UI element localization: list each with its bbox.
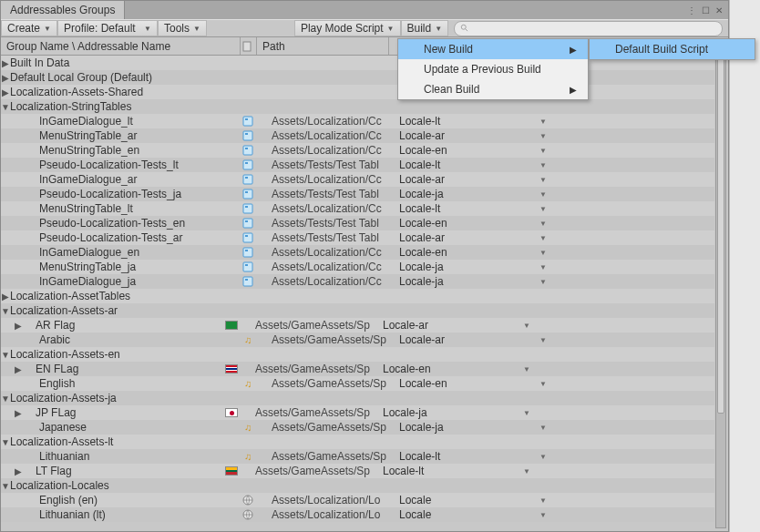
asset-row[interactable]: Arabic♫Assets/GameAssets/SpLocale-ar▼ xyxy=(1,332,714,347)
label-dropdown-icon[interactable]: ▼ xyxy=(537,263,549,271)
asset-row[interactable]: MenuStringTable_enAssets/Localization/Cc… xyxy=(1,143,714,158)
asset-labels[interactable]: Locale-en xyxy=(395,217,537,230)
asset-labels[interactable]: Locale-en xyxy=(395,246,537,259)
asset-labels[interactable]: Locale-lt xyxy=(395,202,537,215)
asset-labels[interactable]: Locale-ar xyxy=(395,333,537,346)
header-name[interactable]: Group Name \ Addressable Name xyxy=(1,37,241,55)
expand-toggle[interactable]: ▼ xyxy=(1,350,10,360)
expand-toggle[interactable]: ▶ xyxy=(1,87,10,97)
asset-labels[interactable]: Locale-ar xyxy=(395,129,537,142)
label-dropdown-icon[interactable]: ▼ xyxy=(537,424,549,432)
group-row[interactable]: ▼Localization-Assets-lt xyxy=(1,435,714,449)
expand-toggle[interactable]: ▼ xyxy=(1,102,10,112)
group-row[interactable]: ▼Localization-Assets-ja xyxy=(1,391,714,405)
asset-row[interactable]: Lithuanian♫Assets/GameAssets/SpLocale-lt… xyxy=(1,449,714,464)
asset-labels[interactable]: Locale-ja xyxy=(379,406,520,419)
create-button[interactable]: Create▼ xyxy=(1,20,57,36)
scrollbar[interactable] xyxy=(715,56,726,528)
asset-row[interactable]: ▶JP FLagAssets/GameAssets/SpLocale-ja▼ xyxy=(1,405,714,420)
asset-labels[interactable]: Locale-ja xyxy=(395,188,537,200)
asset-row[interactable]: InGameDialogue_ltAssets/Localization/CcL… xyxy=(1,114,714,128)
asset-labels[interactable]: Locale-ar xyxy=(395,231,537,244)
header-type[interactable] xyxy=(241,37,257,55)
label-dropdown-icon[interactable]: ▼ xyxy=(520,322,533,330)
asset-row[interactable]: MenuStringTable_arAssets/Localization/Cc… xyxy=(1,128,714,143)
label-dropdown-icon[interactable]: ▼ xyxy=(520,409,533,417)
group-row[interactable]: ▶Default Local Group (Default) xyxy=(1,70,714,85)
label-dropdown-icon[interactable]: ▼ xyxy=(537,278,549,286)
asset-row[interactable]: Lithuanian (lt)Assets/Localization/LoLoc… xyxy=(1,507,714,522)
asset-labels[interactable]: Locale-ja xyxy=(395,421,537,434)
expand-toggle[interactable]: ▶ xyxy=(1,73,10,83)
expand-toggle[interactable]: ▶ xyxy=(14,466,23,476)
menu-update-previous[interactable]: Update a Previous Build xyxy=(398,59,588,79)
close-icon[interactable]: ✕ xyxy=(715,5,723,15)
expand-toggle[interactable]: ▶ xyxy=(1,58,10,68)
asset-labels[interactable]: Locale-ar xyxy=(395,173,537,186)
asset-row[interactable]: ▶LT FlagAssets/GameAssets/SpLocale-lt▼ xyxy=(1,464,714,478)
label-dropdown-icon[interactable]: ▼ xyxy=(537,380,549,388)
play-mode-button[interactable]: Play Mode Script▼ xyxy=(294,20,401,36)
asset-row[interactable]: Pseudo-Localization-Tests_ltAssets/Tests… xyxy=(1,158,714,172)
tools-button[interactable]: Tools▼ xyxy=(158,20,207,36)
search-input[interactable] xyxy=(454,21,723,36)
label-dropdown-icon[interactable]: ▼ xyxy=(537,205,549,213)
asset-row[interactable]: MenuStringTable_jaAssets/Localization/Cc… xyxy=(1,260,714,274)
tree-viewport[interactable]: ▶Built In Data▶Default Local Group (Defa… xyxy=(1,56,714,529)
header-path[interactable]: Path xyxy=(257,37,389,55)
build-button[interactable]: Build▼ xyxy=(401,20,449,36)
label-dropdown-icon[interactable]: ▼ xyxy=(537,220,549,228)
label-dropdown-icon[interactable]: ▼ xyxy=(537,132,549,140)
label-dropdown-icon[interactable]: ▼ xyxy=(537,161,549,169)
scrollbar-thumb[interactable] xyxy=(717,58,724,414)
asset-labels[interactable]: Locale xyxy=(395,494,537,506)
profile-dropdown[interactable]: Profile: Default▼ xyxy=(57,20,158,36)
asset-row[interactable]: Pseudo-Localization-Tests_enAssets/Tests… xyxy=(1,216,714,230)
label-dropdown-icon[interactable]: ▼ xyxy=(537,249,549,257)
menu-default-build-script[interactable]: Default Build Script xyxy=(590,39,755,59)
label-dropdown-icon[interactable]: ▼ xyxy=(537,190,549,199)
asset-labels[interactable]: Locale-lt xyxy=(395,159,537,171)
label-dropdown-icon[interactable]: ▼ xyxy=(537,234,549,242)
expand-toggle[interactable]: ▼ xyxy=(1,394,10,404)
asset-row[interactable]: InGameDialogue_enAssets/Localization/CcL… xyxy=(1,245,714,260)
expand-toggle[interactable]: ▼ xyxy=(1,481,10,491)
asset-labels[interactable]: Locale-ja xyxy=(395,275,537,288)
expand-toggle[interactable]: ▼ xyxy=(1,437,10,447)
label-dropdown-icon[interactable]: ▼ xyxy=(537,511,549,519)
menu-clean-build[interactable]: Clean Build▶ xyxy=(398,79,588,99)
asset-row[interactable]: English (en)Assets/Localization/LoLocale… xyxy=(1,493,714,507)
asset-labels[interactable]: Locale-en xyxy=(379,363,520,375)
label-dropdown-icon[interactable]: ▼ xyxy=(520,365,533,373)
asset-labels[interactable]: Locale-lt xyxy=(379,465,520,477)
asset-row[interactable]: ▶AR FlagAssets/GameAssets/SpLocale-ar▼ xyxy=(1,318,714,332)
asset-labels[interactable]: Locale-lt xyxy=(395,115,537,128)
expand-toggle[interactable]: ▶ xyxy=(1,292,10,302)
asset-row[interactable]: InGameDialogue_arAssets/Localization/CcL… xyxy=(1,172,714,187)
label-dropdown-icon[interactable]: ▼ xyxy=(537,496,549,505)
asset-row[interactable]: Pseudo-Localization-Tests_arAssets/Tests… xyxy=(1,230,714,245)
asset-row[interactable]: Japanese♫Assets/GameAssets/SpLocale-ja▼ xyxy=(1,420,714,435)
tab-addressables-groups[interactable]: Addressables Groups xyxy=(1,1,125,19)
asset-labels[interactable]: Locale xyxy=(395,508,537,521)
group-row[interactable]: ▼Localization-Assets-ar xyxy=(1,303,714,318)
group-row[interactable]: ▶Localization-Assets-Shared xyxy=(1,85,714,99)
label-dropdown-icon[interactable]: ▼ xyxy=(520,467,533,476)
group-row[interactable]: ▼Localization-Assets-en xyxy=(1,347,714,362)
label-dropdown-icon[interactable]: ▼ xyxy=(537,453,549,461)
asset-row[interactable]: Pseudo-Localization-Tests_jaAssets/Tests… xyxy=(1,187,714,201)
expand-toggle[interactable]: ▶ xyxy=(14,321,23,331)
menu-new-build[interactable]: New Build▶ xyxy=(398,39,588,59)
group-row[interactable]: ▼Localization-StringTables xyxy=(1,99,714,114)
asset-row[interactable]: English♫Assets/GameAssets/SpLocale-en▼ xyxy=(1,376,714,391)
expand-toggle[interactable]: ▶ xyxy=(14,408,23,418)
label-dropdown-icon[interactable]: ▼ xyxy=(537,336,549,344)
asset-labels[interactable]: Locale-ja xyxy=(395,261,537,273)
menu-icon[interactable]: ⋮ xyxy=(687,5,696,15)
asset-labels[interactable]: Locale-en xyxy=(395,377,537,390)
expand-toggle[interactable]: ▼ xyxy=(1,306,10,316)
asset-row[interactable]: MenuStringTable_ltAssets/Localization/Cc… xyxy=(1,201,714,216)
asset-labels[interactable]: Locale-lt xyxy=(395,450,537,463)
group-row[interactable]: ▶Localization-AssetTables xyxy=(1,289,714,303)
asset-labels[interactable]: Locale-en xyxy=(395,144,537,157)
